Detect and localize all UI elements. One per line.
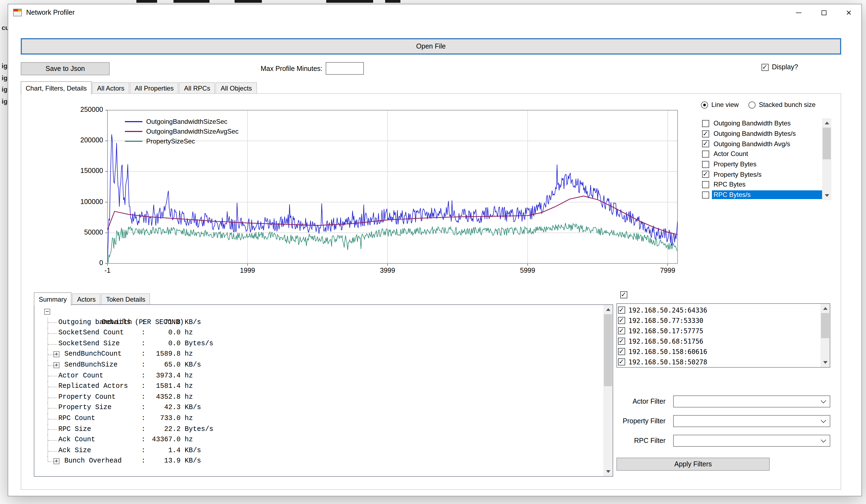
background-artifact <box>326 0 373 3</box>
expand-icon[interactable]: + <box>54 351 59 358</box>
scroll-down-button[interactable] <box>822 191 831 200</box>
expand-icon[interactable]: + <box>54 362 59 368</box>
actor-filter-combobox[interactable] <box>673 395 830 407</box>
checkbox-icon[interactable] <box>702 120 709 127</box>
checkbox-icon[interactable] <box>702 191 709 198</box>
minimize-button[interactable] <box>786 4 811 21</box>
series-toggle-property-bytes-s[interactable]: Property Bytes/s <box>701 169 822 179</box>
rpc-filter-combobox[interactable] <box>673 435 830 447</box>
series-toggle-outgoing-bandwidth-avg-s[interactable]: Outgoing Bandwidth Avg/s <box>701 139 822 149</box>
tree-item-colon: : <box>141 382 149 390</box>
scroll-up-button[interactable] <box>820 304 830 313</box>
chevron-down-icon <box>821 398 826 403</box>
connection-item[interactable]: 192.168.50.158:50278 <box>618 357 819 367</box>
tree-item-bunch-overhead[interactable]: +Bunch Overhead: 13.9 KB/s <box>35 456 602 467</box>
series-toggle-outgoing-bandwidth-bytes-s[interactable]: Outgoing Bandwidth Bytes/s <box>701 128 822 138</box>
titlebar[interactable]: Network Profiler ✕ <box>8 4 862 21</box>
tree-item-value: 22.2 <box>149 424 180 435</box>
checkbox-icon[interactable] <box>702 140 709 147</box>
tree-item-actor-count[interactable]: Actor Count: 3973.4 hz <box>35 371 602 381</box>
tab-actors[interactable]: Actors <box>72 293 101 304</box>
apply-filters-button[interactable]: Apply Filters <box>617 458 770 471</box>
line-view-radio[interactable] <box>701 101 708 108</box>
tree-item-rpc-count[interactable]: RPC Count: 733.0 hz <box>35 413 602 424</box>
desktop: cuigigigig Network Profiler ✕ Open File … <box>0 0 866 504</box>
tree-item-unit: Bytes/s <box>180 425 213 433</box>
close-button[interactable]: ✕ <box>836 4 862 21</box>
open-file-button[interactable]: Open File <box>21 38 841 55</box>
display-checkbox[interactable]: Display? <box>762 63 798 71</box>
tab-all-rpcs[interactable]: All RPCs <box>179 82 215 93</box>
tree-item-unit: KB/s <box>180 404 201 412</box>
series-toggle-outgoing-bandwidth-bytes[interactable]: Outgoing Bandwidth Bytes <box>701 119 822 128</box>
connection-item[interactable]: 192.168.50.158:60616 <box>618 346 819 357</box>
checkbox-icon <box>620 291 628 298</box>
tree-item-sendbunchcount[interactable]: +SendBunchCount: 1589.8 hz <box>35 349 602 360</box>
checkbox-icon[interactable] <box>618 327 625 334</box>
connection-item[interactable]: 192.168.50.68:51756 <box>618 336 819 346</box>
chart-legend: OutgoingBandwidthSizeSecOutgoingBandwidt… <box>125 117 238 146</box>
checkbox-icon[interactable] <box>702 181 709 188</box>
scroll-up-button[interactable] <box>603 305 613 314</box>
tab-all-objects[interactable]: All Objects <box>216 82 257 93</box>
tree-item-ack-size[interactable]: Ack Size: 1.4 KB/s <box>35 445 602 456</box>
tab-token-details[interactable]: Token Details <box>101 293 150 304</box>
series-toggle-rpc-bytes[interactable]: RPC Bytes <box>701 179 822 190</box>
connection-item[interactable]: 192.168.50.245:64336 <box>618 305 819 315</box>
checkbox-icon[interactable] <box>618 306 625 314</box>
select-all-connections-checkbox[interactable] <box>620 291 628 301</box>
collapse-icon[interactable]: − <box>44 309 50 315</box>
tree-item-value: 1581.4 <box>149 381 180 392</box>
tree-item-socketsend-size[interactable]: SocketSend Size: 0.0 Bytes/s <box>35 339 602 349</box>
series-toggle-property-bytes[interactable]: Property Bytes <box>701 159 822 169</box>
tree-item-property-size[interactable]: Property Size: 42.3 KB/s <box>35 403 602 413</box>
save-to-json-button[interactable]: Save to Json <box>21 62 110 75</box>
chart-filters-details-panel: 050000100000150000200000250000 -11999399… <box>21 93 841 490</box>
tab-all-properties[interactable]: All Properties <box>130 82 179 93</box>
tree-item-label: SocketSend Count <box>58 328 141 338</box>
series-list-scrollbar[interactable] <box>822 119 831 200</box>
series-toggle-rpc-bytes-s[interactable]: RPC Bytes/s <box>701 190 822 200</box>
max-profile-minutes-input[interactable] <box>326 62 364 75</box>
checkbox-icon[interactable] <box>702 171 709 178</box>
tree-item-replicated-actors[interactable]: Replicated Actors: 1581.4 hz <box>35 381 602 392</box>
stacked-bunch-size-radio[interactable] <box>748 101 756 108</box>
checkbox-icon[interactable] <box>618 317 625 324</box>
property-filter-label: Property Filter <box>581 417 666 425</box>
checkbox-icon[interactable] <box>618 358 625 366</box>
tab-chart-filters-details[interactable]: Chart, Filters, Details <box>21 81 92 94</box>
checkbox-icon[interactable] <box>618 338 625 345</box>
checkbox-icon[interactable] <box>618 348 625 355</box>
legend-line-swatch <box>125 141 142 142</box>
tab-all-actors[interactable]: All Actors <box>92 82 129 93</box>
series-toggle-actor-count[interactable]: Actor Count <box>701 149 822 159</box>
connection-item[interactable]: 192.168.50.17:57775 <box>618 326 819 336</box>
connection-address: 192.168.50.68:51756 <box>629 337 703 345</box>
tree-item-outgoing-bandwidth[interactable]: Outgoing bandwidth: 71.8 KB/s <box>35 317 602 328</box>
property-filter-combobox[interactable] <box>673 415 830 427</box>
tree-root-item[interactable]: −Details (PER SECOND) <box>35 306 602 317</box>
scroll-thumb[interactable] <box>821 313 829 338</box>
tree-item-property-count[interactable]: Property Count: 4352.8 hz <box>35 392 602 403</box>
connection-item[interactable]: 192.168.50.77:53330 <box>618 315 819 326</box>
scroll-down-button[interactable] <box>820 358 830 367</box>
scroll-thumb[interactable] <box>823 128 831 159</box>
scroll-up-button[interactable] <box>822 119 831 128</box>
tree-item-ack-count[interactable]: Ack Count: 43367.0 hz <box>35 435 602 445</box>
tab-summary[interactable]: Summary <box>34 292 72 305</box>
scroll-thumb[interactable] <box>604 314 612 386</box>
checkbox-icon[interactable] <box>702 161 709 168</box>
tree-item-sendbunchsize[interactable]: +SendBunchSize: 65.0 KB/s <box>35 360 602 371</box>
tree-scrollbar[interactable] <box>603 305 613 476</box>
checkbox-icon[interactable] <box>702 130 709 137</box>
connections-scrollbar[interactable] <box>820 304 830 367</box>
tree-item-unit: KB/s <box>180 447 201 454</box>
tree-item-rpc-size[interactable]: RPC Size: 22.2 Bytes/s <box>35 424 602 435</box>
scroll-down-button[interactable] <box>603 467 613 476</box>
maximize-button[interactable] <box>811 4 836 21</box>
tree-item-socketsend-count[interactable]: SocketSend Count: 0.0 hz <box>35 328 602 338</box>
tree-item-label: SocketSend Size <box>58 339 141 349</box>
x-axis-tick-label: -1 <box>91 267 124 275</box>
checkbox-icon[interactable] <box>702 150 709 158</box>
expand-icon[interactable]: + <box>54 458 59 464</box>
